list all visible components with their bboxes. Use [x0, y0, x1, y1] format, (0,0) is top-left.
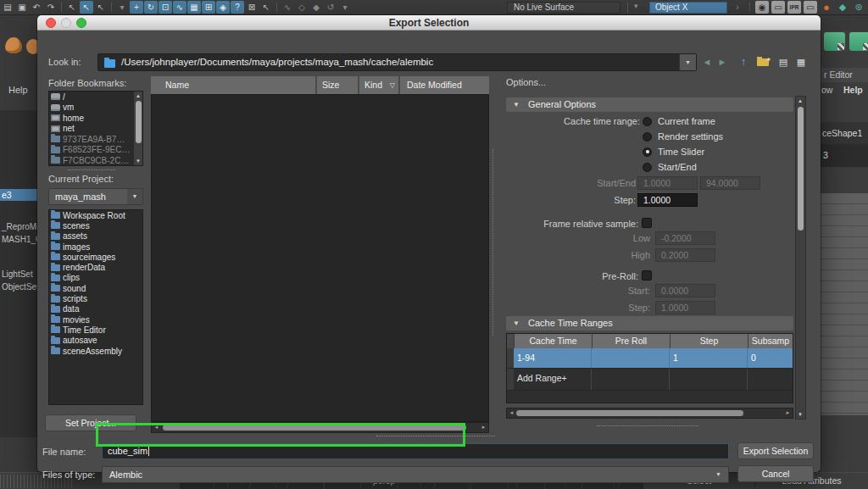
scroll-right-button[interactable]: ► [479, 423, 488, 432]
frame-relative-sample-checkbox[interactable] [642, 218, 652, 228]
undo-icon[interactable]: ↶ [30, 1, 43, 14]
outliner-item-selected[interactable]: e3 [0, 189, 37, 201]
low-field[interactable]: -0.2000 [655, 231, 715, 245]
scale-tool-icon[interactable]: ⊡ [159, 1, 172, 14]
workspace-folder-item[interactable]: sound [49, 283, 142, 293]
open-folder-icon[interactable]: ▤ [1, 1, 14, 14]
path-dropdown-button[interactable]: ▼ [679, 54, 696, 70]
radio-option[interactable]: Time Slider [643, 144, 723, 159]
redo-icon[interactable]: ↷ [44, 1, 58, 14]
column-header-step[interactable]: Step [670, 334, 748, 348]
workspace-folder-item[interactable]: images [49, 242, 142, 252]
outliner-item[interactable]: _ReproMe [2, 222, 42, 231]
bookmark-item[interactable]: / [49, 92, 142, 103]
folder-bookmarks-list[interactable]: ▲ ▼ / vm home [48, 91, 143, 166]
export-selection-button[interactable]: Export Selection [737, 442, 814, 459]
column-header-cache-time[interactable]: Cache Time [515, 334, 592, 348]
workspace-folder-item[interactable]: Workspace Root [49, 210, 142, 220]
scrollbar-thumb[interactable] [516, 410, 743, 416]
high-field[interactable]: 0.2000 [655, 248, 715, 262]
column-header-name[interactable]: Name [151, 76, 315, 94]
history-icon[interactable]: ↺ [324, 1, 337, 14]
path-combobox[interactable]: /Users/johnplayer/Documents/maya/project… [97, 53, 697, 71]
dialog-titlebar[interactable]: Export Selection [37, 15, 821, 31]
scroll-down-button[interactable]: ▼ [134, 157, 142, 165]
workspace-folder-item[interactable]: renderData [49, 262, 142, 272]
radio-button[interactable] [643, 132, 652, 142]
select-tool-icon[interactable]: ↖ [65, 1, 79, 14]
rotate-tool-icon[interactable]: ↻ [144, 1, 158, 14]
row-handle[interactable] [507, 369, 514, 390]
workspace-folder-item[interactable]: autosave [49, 336, 142, 346]
row-handle[interactable] [507, 348, 514, 368]
show-manipulator-icon[interactable]: ◉ [755, 1, 769, 14]
cancel-button[interactable]: Cancel [737, 465, 814, 482]
scrollbar-thumb[interactable] [136, 101, 142, 143]
table-hscrollbar[interactable]: ◄ ► [506, 408, 793, 419]
snap-grid-icon[interactable]: ◇ [295, 1, 309, 14]
workspace-folder-item[interactable]: assets [49, 231, 142, 242]
up-directory-button[interactable]: ↑ [736, 53, 751, 70]
radio-option[interactable]: Current frame [643, 114, 723, 129]
lasso-select-tool-icon[interactable]: ↖ [94, 1, 108, 14]
bookmark-item[interactable]: net [49, 124, 142, 135]
workspace-folder-item[interactable]: movies [49, 314, 142, 325]
dropdown-caret-icon[interactable]: ▾ [634, 2, 638, 10]
live-surface-field[interactable]: No Live Surface [507, 2, 620, 14]
mash-node-icon[interactable] [849, 32, 868, 51]
workspace-folder-item[interactable]: scripts [49, 293, 142, 303]
preroll-step-field[interactable]: 1.0000 [655, 301, 715, 314]
ipr-render-icon[interactable]: IPR [787, 1, 801, 14]
dropdown-caret-icon[interactable]: ▾ [115, 1, 129, 14]
splitter-handle[interactable] [68, 169, 115, 170]
scrollbar-thumb[interactable] [798, 107, 804, 231]
step-field[interactable]: 1.0000 [637, 193, 698, 207]
workspace-folder-item[interactable]: scenes [49, 220, 142, 231]
scroll-left-button[interactable]: ◄ [507, 408, 516, 418]
toolbar-separator[interactable] [58, 1, 64, 14]
file-list-area[interactable] [151, 94, 489, 422]
preroll-start-field[interactable]: 0.0000 [655, 284, 715, 297]
bookmark-item[interactable]: home [49, 113, 142, 124]
scroll-right-button[interactable]: ► [783, 408, 793, 418]
texture-view-icon[interactable]: ◆ [836, 1, 849, 14]
column-header-pre-roll[interactable]: Pre Roll [593, 334, 670, 348]
current-project-dropdown[interactable]: maya_mash ▼ [48, 188, 143, 205]
workspace-folder-item[interactable]: data [49, 304, 142, 314]
workspace-folder-list[interactable]: Workspace Root scenes assets images [48, 209, 143, 405]
node-editor-icon[interactable]: ⊛ [852, 1, 865, 14]
tab-attribute-editor[interactable]: r Editor [821, 68, 868, 82]
paint-select-tool-icon[interactable]: ↖ [80, 1, 93, 14]
workspace-folder-item[interactable]: sourceimages [49, 252, 142, 262]
outliner-item[interactable]: ObjectSet [2, 282, 39, 292]
attribute-value-field[interactable]: 3 [821, 144, 868, 167]
scroll-down-button[interactable]: ▼ [796, 410, 804, 419]
workspace-folder-item[interactable]: clips [49, 273, 142, 283]
bookmark-item[interactable]: Computer [49, 166, 142, 167]
scroll-up-button[interactable]: ▲ [796, 97, 804, 105]
snap-point-icon[interactable]: ◆ [309, 1, 323, 14]
toolbar-separator[interactable] [747, 1, 753, 14]
bookmark-item[interactable]: F7CBC9CB-2C… [49, 155, 142, 166]
files-of-type-dropdown[interactable]: Alembic▼ [102, 466, 729, 483]
help-menu[interactable]: Help [8, 85, 28, 95]
cache-range-row[interactable]: Add Range+ [507, 369, 793, 391]
polygon-cone-icon[interactable] [5, 37, 22, 53]
bookmark-item[interactable]: vm [49, 103, 142, 114]
render-current-frame-icon[interactable]: ● [820, 1, 833, 14]
snap-curve-icon[interactable]: ∿ [281, 1, 294, 14]
curve-tool-icon[interactable]: ∿ [173, 1, 186, 14]
cursor-tool-icon[interactable]: ↖ [259, 1, 273, 14]
help-tool-icon[interactable]: ? [231, 1, 244, 14]
radio-button[interactable] [643, 163, 652, 172]
lock-icon[interactable]: ⊠ [245, 1, 259, 14]
toolbar-separator[interactable] [108, 1, 114, 14]
workspace-folder-item[interactable]: sceneAssembly [49, 346, 142, 356]
forward-button[interactable]: ► [715, 53, 730, 70]
toolbar-separator[interactable] [274, 1, 280, 14]
panel-splitter[interactable] [492, 149, 493, 336]
new-folder-button[interactable]: * [755, 53, 771, 70]
column-header-kind[interactable]: Kind▽ [359, 76, 398, 94]
bookmarks-scrollbar[interactable]: ▲ ▼ [133, 92, 142, 165]
dropdown-caret-icon[interactable]: ▾ [338, 1, 352, 14]
